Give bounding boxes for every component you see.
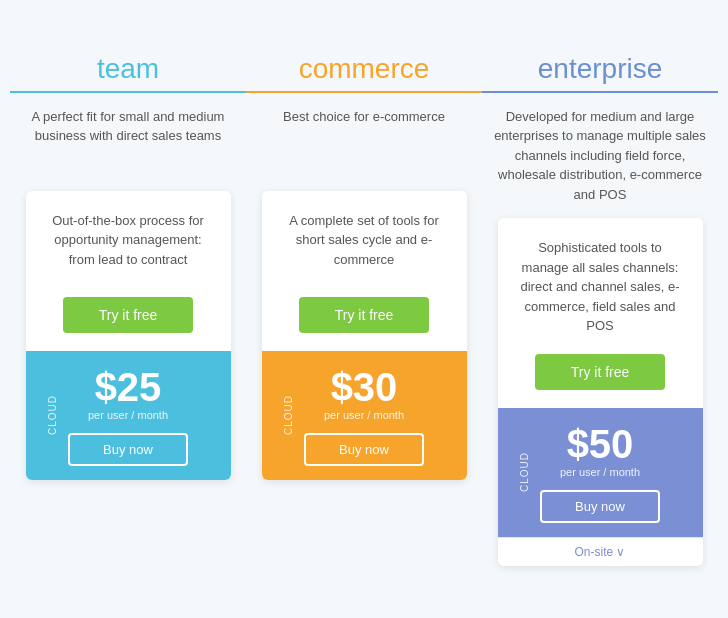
card-bottom-team: Cloud $25 per user / month Buy now xyxy=(26,351,231,480)
try-button-commerce[interactable]: Try it free xyxy=(299,297,429,333)
try-button-enterprise[interactable]: Try it free xyxy=(535,354,665,390)
buy-button-enterprise[interactable]: Buy now xyxy=(540,490,660,523)
cloud-label-enterprise: Cloud xyxy=(518,452,529,492)
pricing-container: team A perfect fit for small and medium … xyxy=(0,33,728,586)
buy-button-team[interactable]: Buy now xyxy=(68,433,188,466)
plan-title-enterprise: enterprise xyxy=(538,53,663,85)
card-bottom-enterprise: Cloud $50 per user / month Buy now xyxy=(498,408,703,537)
card-bottom-commerce: Cloud $30 per user / month Buy now xyxy=(262,351,467,480)
card-top-team: Out-of-the-box process for opportunity m… xyxy=(26,191,231,351)
plan-divider-enterprise xyxy=(482,91,718,93)
card-top-commerce: A complete set of tools for short sales … xyxy=(262,191,467,351)
card-top-enterprise: Sophisticated tools to manage all sales … xyxy=(498,218,703,408)
try-button-team[interactable]: Try it free xyxy=(63,297,193,333)
plan-title-commerce: commerce xyxy=(299,53,430,85)
price-sub-team: per user / month xyxy=(88,409,168,421)
plan-description-commerce: Best choice for e-commerce xyxy=(273,107,455,177)
card-feature-commerce: A complete set of tools for short sales … xyxy=(278,211,451,279)
onsite-bar-enterprise[interactable]: On-site ∨ xyxy=(498,537,703,566)
plan-card-commerce: A complete set of tools for short sales … xyxy=(262,191,467,480)
price-commerce: $30 xyxy=(331,367,398,407)
cloud-label-commerce: Cloud xyxy=(282,395,293,435)
card-feature-enterprise: Sophisticated tools to manage all sales … xyxy=(514,238,687,336)
cloud-label-team: Cloud xyxy=(46,395,57,435)
plan-card-team: Out-of-the-box process for opportunity m… xyxy=(26,191,231,480)
plan-title-team: team xyxy=(97,53,159,85)
plan-description-team: A perfect fit for small and medium busin… xyxy=(10,107,246,177)
price-enterprise: $50 xyxy=(567,424,634,464)
card-feature-team: Out-of-the-box process for opportunity m… xyxy=(42,211,215,279)
plan-commerce: commerce Best choice for e-commerce A co… xyxy=(246,53,482,480)
plan-enterprise: enterprise Developed for medium and larg… xyxy=(482,53,718,566)
plan-team: team A perfect fit for small and medium … xyxy=(10,53,246,480)
price-sub-enterprise: per user / month xyxy=(560,466,640,478)
plan-divider-team xyxy=(10,91,246,93)
plan-divider-commerce xyxy=(246,91,482,93)
price-sub-commerce: per user / month xyxy=(324,409,404,421)
plan-description-enterprise: Developed for medium and large enterpris… xyxy=(482,107,718,205)
plan-card-enterprise: Sophisticated tools to manage all sales … xyxy=(498,218,703,566)
buy-button-commerce[interactable]: Buy now xyxy=(304,433,424,466)
price-team: $25 xyxy=(95,367,162,407)
